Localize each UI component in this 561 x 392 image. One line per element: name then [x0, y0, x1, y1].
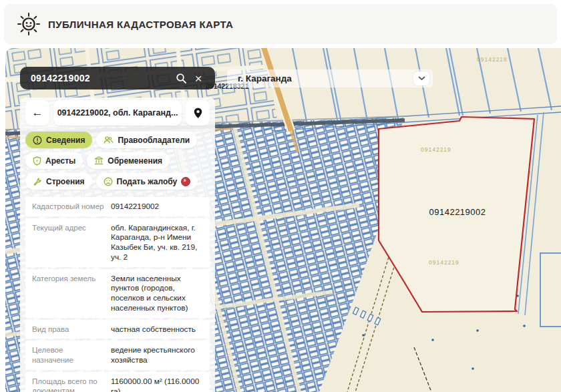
- info-row-address: Текущий адрес обл. Карагандинская, г. Ка…: [25, 218, 210, 267]
- info-label: Текущий адрес: [32, 223, 111, 262]
- info-value: ведение крестьянского хозяйства: [111, 345, 203, 365]
- app-title: ПУБЛИЧНАЯ КАДАСТРОВАЯ КАРТА: [48, 19, 233, 30]
- tab-chips: Сведения Правообладатели Аресты Обремене…: [25, 132, 210, 190]
- map-label-zone-upper: 09142219: [421, 146, 451, 153]
- map-label-zone-right: 09142218: [477, 56, 508, 63]
- parcel-info-panel: ← 09142219002, обл. Караганд... Сведения: [20, 97, 215, 392]
- info-row-purpose: Целевое назначение ведение крестьянского…: [25, 341, 210, 369]
- search-bar: ×: [20, 67, 215, 89]
- map-label-zone-lower: 09142219: [429, 259, 459, 266]
- info-value: 1160000.00 м² (116.0000 га): [111, 377, 203, 392]
- tab-label: Аресты: [45, 156, 75, 166]
- search-input[interactable]: [31, 73, 172, 83]
- tab-complaint[interactable]: Подать жалобу: [96, 173, 198, 190]
- info-value: обл. Карагандинская, г. Караганда, р-н И…: [111, 223, 203, 262]
- info-row-area: Площадь всего по документам 1160000.00 м…: [25, 372, 210, 392]
- bank-icon: [94, 156, 104, 165]
- tab-encumbrances[interactable]: Обременения: [87, 152, 170, 169]
- tab-label: Сведения: [46, 136, 85, 145]
- info-label: Кадастровый номер: [32, 202, 111, 212]
- red-emblem-icon: [181, 177, 190, 186]
- arrow-left-icon: ←: [32, 106, 43, 120]
- info-label: Площадь всего по документам: [32, 377, 111, 392]
- tab-arrests[interactable]: Аресты: [25, 152, 83, 169]
- tab-label: Обременения: [108, 156, 162, 166]
- app-header: ПУБЛИЧНАЯ КАДАСТРОВАЯ КАРТА: [4, 4, 557, 44]
- info-value: частная собственность: [111, 325, 203, 335]
- locate-button[interactable]: [186, 100, 210, 126]
- info-label: Категория земель: [32, 274, 111, 313]
- map-label-selected-parcel: 09142219002: [429, 207, 486, 217]
- tab-label: Правообладатели: [118, 136, 190, 145]
- panel-header: ← 09142219002, обл. Караганд...: [25, 100, 210, 126]
- tab-rightholders[interactable]: Правообладатели: [96, 132, 197, 148]
- tab-label: Подать жалобу: [117, 177, 178, 186]
- city-selector[interactable]: г. Караганда: [227, 69, 433, 87]
- info-row-right-type: Вид права частная собственность: [25, 320, 210, 339]
- parcel-info-table: Кадастровый номер 09142219002 Текущий ад…: [25, 197, 210, 392]
- info-row-cadastral-number: Кадастровый номер 09142219002: [25, 197, 210, 216]
- info-value: 09142219002: [111, 202, 203, 212]
- sad-face-icon: [104, 177, 113, 186]
- info-value: Земли населенных пунктов (городов, посел…: [111, 274, 203, 313]
- panel-title[interactable]: 09142219002, обл. Караганд...: [53, 100, 182, 126]
- back-button[interactable]: ←: [25, 100, 49, 126]
- tab-label: Строения: [46, 177, 85, 186]
- tab-details[interactable]: Сведения: [25, 132, 92, 148]
- close-icon[interactable]: ×: [190, 69, 207, 87]
- chevron-down-icon[interactable]: [413, 71, 429, 85]
- shield-icon: [33, 156, 41, 166]
- location-pin-icon: [193, 108, 203, 119]
- search-icon[interactable]: [172, 69, 190, 87]
- info-label: Целевое назначение: [32, 345, 111, 365]
- app-logo-icon: [16, 11, 41, 37]
- info-icon: [33, 136, 42, 145]
- tab-buildings[interactable]: Строения: [25, 173, 92, 190]
- wrench-icon: [33, 177, 42, 186]
- people-icon: [104, 136, 114, 144]
- info-row-land-category: Категория земель Земли населенных пункто…: [25, 269, 210, 318]
- page: ПУБЛИЧНАЯ КАДАСТРОВАЯ КАРТА: [0, 0, 561, 392]
- city-label: г. Караганда: [238, 73, 413, 83]
- info-label: Вид права: [32, 325, 111, 335]
